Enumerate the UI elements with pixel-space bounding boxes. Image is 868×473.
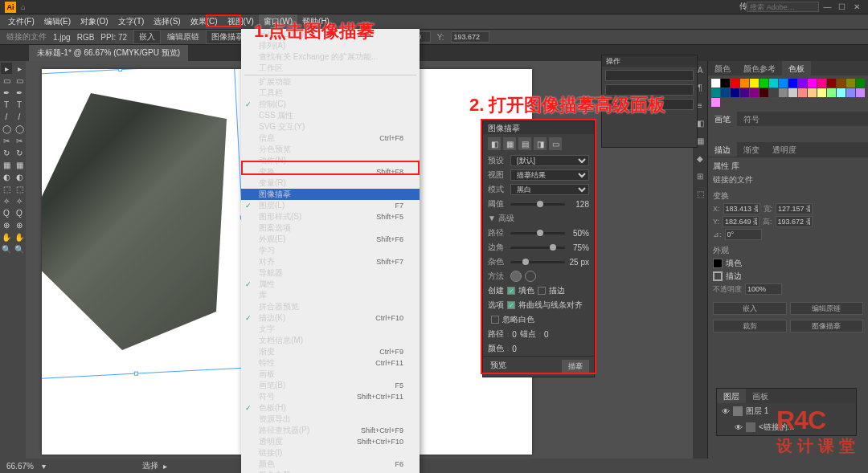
- dock-icon[interactable]: ⬚: [694, 188, 706, 199]
- menu-item[interactable]: 透明度Shift+Ctrl+F10: [241, 436, 420, 447]
- qa-trace[interactable]: 图像描摹: [790, 320, 864, 332]
- swatch[interactable]: [846, 79, 855, 88]
- props-title[interactable]: 属性 库: [713, 161, 863, 172]
- tool-1-5[interactable]: ◯: [14, 123, 25, 134]
- tool-1-12[interactable]: Q: [14, 207, 25, 218]
- tab-brushes[interactable]: 画笔: [708, 112, 737, 126]
- menu-item[interactable]: CSS 属性: [241, 110, 420, 121]
- tool-1-2[interactable]: ✒: [14, 87, 25, 98]
- swatch[interactable]: [856, 79, 865, 88]
- tool-0-5[interactable]: ◯: [1, 123, 12, 134]
- tab-stroke[interactable]: 描边: [708, 142, 737, 157]
- tool-1-15[interactable]: 🔍: [14, 243, 25, 255]
- menu-item[interactable]: ✓控制(C): [241, 99, 420, 110]
- menu-item[interactable]: 导航器: [241, 267, 420, 279]
- preset-lo-icon[interactable]: ▤: [518, 137, 531, 150]
- paths-slider[interactable]: [510, 232, 565, 234]
- menu-item[interactable]: 图案选项: [241, 222, 420, 234]
- minimize-button[interactable]: —: [821, 2, 834, 11]
- swatch[interactable]: [817, 88, 826, 97]
- tab-颜色参考[interactable]: 颜色参考: [737, 61, 782, 75]
- swatch[interactable]: [779, 79, 788, 88]
- swatch[interactable]: [711, 79, 720, 88]
- menu-item[interactable]: 文档信息(M): [241, 335, 420, 346]
- menu-2[interactable]: 对象(O): [76, 14, 113, 29]
- menu-4[interactable]: 选择(S): [149, 14, 185, 29]
- swatch[interactable]: [731, 88, 739, 97]
- tool-0-13[interactable]: ⊕: [1, 219, 12, 230]
- edit-original[interactable]: 编辑原链: [167, 31, 199, 43]
- menu-item[interactable]: 工作区: [241, 63, 420, 74]
- menu-5[interactable]: 效果(C): [186, 14, 223, 29]
- tool-1-9[interactable]: ◐: [14, 171, 25, 182]
- prop-opacity[interactable]: [745, 283, 782, 295]
- menu-item[interactable]: 拼合器预览: [241, 301, 420, 312]
- ignore-white-checkbox[interactable]: [491, 316, 499, 324]
- zoom-level[interactable]: 66.67%: [6, 462, 34, 471]
- tool-0-14[interactable]: ✋: [1, 231, 12, 243]
- mode-select[interactable]: 黑白: [510, 184, 589, 195]
- tool-0-12[interactable]: Q: [1, 207, 12, 218]
- menu-item[interactable]: 变换Shift+F8: [241, 166, 420, 177]
- menu-item[interactable]: 变量(R): [241, 177, 420, 189]
- swatch[interactable]: [769, 79, 778, 88]
- trace-execute-button[interactable]: 描摹: [562, 360, 589, 373]
- tab-色板[interactable]: 色板: [782, 61, 811, 75]
- eye-icon[interactable]: 👁: [735, 423, 743, 432]
- stroke-swatch[interactable]: [713, 271, 723, 281]
- tool-0-2[interactable]: ✒: [1, 87, 12, 98]
- menu-item[interactable]: ✓色板(H): [241, 402, 420, 414]
- menu-item[interactable]: 路径查找器(P)Shift+Ctrl+F9: [241, 425, 420, 436]
- tool-0-9[interactable]: ◐: [1, 171, 12, 182]
- swatch[interactable]: [750, 88, 759, 97]
- preset-hi-icon[interactable]: ▦: [503, 137, 516, 150]
- menu-item[interactable]: 颜色主题: [241, 470, 420, 473]
- qa-edit[interactable]: 编辑原链: [790, 302, 864, 315]
- threshold-slider[interactable]: [510, 203, 565, 206]
- snap-curves-checkbox[interactable]: ✓: [507, 301, 515, 309]
- prop-h[interactable]: [776, 216, 813, 227]
- view-select[interactable]: 描摹结果: [510, 169, 589, 181]
- tool-1-1[interactable]: ▭: [14, 75, 25, 86]
- prop-angle[interactable]: [725, 229, 762, 240]
- fill-swatch[interactable]: [713, 259, 723, 268]
- menu-item[interactable]: 符号Shift+Ctrl+F11: [241, 391, 420, 402]
- swatch[interactable]: [798, 88, 807, 97]
- menu-item[interactable]: ✓属性: [241, 279, 420, 290]
- tool-0-6[interactable]: ✂: [1, 135, 12, 146]
- y-input[interactable]: [451, 31, 489, 43]
- menu-1[interactable]: 编辑(E): [39, 14, 76, 29]
- menu-item[interactable]: 扩展功能: [241, 76, 420, 88]
- tool-0-10[interactable]: ⬚: [1, 183, 12, 194]
- maximize-button[interactable]: ☐: [836, 2, 849, 11]
- advanced-toggle[interactable]: ▼ 高级: [483, 211, 594, 226]
- menu-item[interactable]: 颜色F6: [241, 459, 420, 470]
- tool-1-14[interactable]: ✋: [14, 231, 25, 243]
- menu-item[interactable]: 动作(N): [241, 155, 420, 166]
- dock-icon[interactable]: ◆: [694, 153, 706, 164]
- tab-symbols[interactable]: 符号: [737, 112, 766, 126]
- tab-颜色[interactable]: 颜色: [708, 61, 737, 75]
- swatch[interactable]: [711, 98, 720, 107]
- menu-item[interactable]: 画板: [241, 369, 420, 380]
- preset-auto-icon[interactable]: ◧: [488, 137, 501, 150]
- menu-item[interactable]: SVG 交互(Y): [241, 121, 420, 133]
- menu-item[interactable]: 信息Ctrl+F8: [241, 133, 420, 144]
- actions-row[interactable]: [605, 70, 694, 81]
- tool-0-1[interactable]: ▭: [1, 75, 12, 86]
- tool-1-10[interactable]: ⬚: [14, 183, 25, 194]
- swatch[interactable]: [740, 79, 749, 88]
- menu-item[interactable]: 文字: [241, 324, 420, 335]
- corners-slider[interactable]: [510, 247, 565, 249]
- menu-item[interactable]: 图形样式(S)Shift+F5: [241, 211, 420, 222]
- menu-item[interactable]: 资源导出: [241, 414, 420, 425]
- tool-1-6[interactable]: ✂: [14, 135, 25, 146]
- menu-3[interactable]: 文字(T): [113, 14, 149, 29]
- tool-1-7[interactable]: ↻: [14, 147, 25, 158]
- swatch[interactable]: [827, 88, 836, 97]
- swatch[interactable]: [711, 88, 720, 97]
- tool-0-11[interactable]: ✧: [1, 195, 12, 206]
- tool-0-8[interactable]: ▦: [1, 159, 12, 170]
- tool-0-0[interactable]: ▸: [1, 63, 12, 74]
- swatch[interactable]: [750, 79, 759, 88]
